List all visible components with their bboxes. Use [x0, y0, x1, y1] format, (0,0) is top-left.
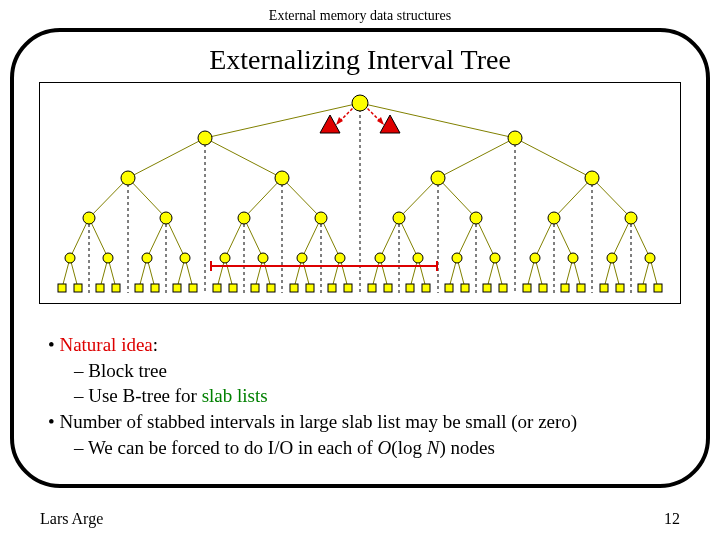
- svg-rect-116: [135, 284, 143, 292]
- svg-rect-122: [251, 284, 259, 292]
- slide-header: External memory data structures: [0, 0, 720, 28]
- svg-line-25: [399, 178, 438, 218]
- svg-point-106: [452, 253, 462, 263]
- svg-rect-118: [173, 284, 181, 292]
- svg-rect-126: [328, 284, 336, 292]
- svg-line-31: [147, 218, 166, 258]
- svg-point-83: [508, 131, 522, 145]
- svg-rect-132: [445, 284, 453, 292]
- svg-point-94: [548, 212, 560, 224]
- svg-point-101: [258, 253, 268, 263]
- svg-point-97: [103, 253, 113, 263]
- svg-line-21: [89, 178, 128, 218]
- svg-rect-114: [96, 284, 104, 292]
- svg-rect-130: [406, 284, 414, 292]
- svg-rect-129: [384, 284, 392, 292]
- svg-rect-123: [267, 284, 275, 292]
- svg-rect-121: [229, 284, 237, 292]
- svg-point-91: [315, 212, 327, 224]
- bullet-block-tree: Block tree: [34, 358, 686, 384]
- svg-rect-124: [290, 284, 298, 292]
- svg-marker-79: [336, 117, 343, 125]
- svg-line-38: [399, 218, 418, 258]
- svg-line-32: [166, 218, 185, 258]
- bullet-list: Natural idea: Block tree Use B-tree for …: [34, 332, 686, 460]
- svg-rect-117: [151, 284, 159, 292]
- tree-svg: [40, 83, 680, 303]
- svg-rect-127: [344, 284, 352, 292]
- svg-rect-137: [539, 284, 547, 292]
- svg-line-23: [244, 178, 282, 218]
- svg-point-102: [297, 253, 307, 263]
- svg-point-93: [470, 212, 482, 224]
- svg-rect-135: [499, 284, 507, 292]
- svg-line-28: [592, 178, 631, 218]
- svg-line-26: [438, 178, 476, 218]
- svg-line-36: [321, 218, 340, 258]
- footer-author: Lars Arge: [40, 510, 103, 528]
- svg-point-89: [160, 212, 172, 224]
- svg-rect-125: [306, 284, 314, 292]
- svg-line-30: [89, 218, 108, 258]
- svg-point-82: [198, 131, 212, 145]
- svg-point-84: [121, 171, 135, 185]
- svg-line-43: [612, 218, 631, 258]
- svg-rect-113: [74, 284, 82, 292]
- svg-line-40: [476, 218, 495, 258]
- svg-point-104: [375, 253, 385, 263]
- slide-frame: Externalizing Interval Tree: [10, 28, 710, 488]
- svg-line-22: [128, 178, 166, 218]
- svg-line-24: [282, 178, 321, 218]
- svg-marker-80: [377, 117, 384, 125]
- svg-point-81: [352, 95, 368, 111]
- svg-rect-120: [213, 284, 221, 292]
- bullet-io-cost: We can be forced to do I/O in each of O(…: [34, 435, 686, 461]
- svg-rect-140: [600, 284, 608, 292]
- footer-page-number: 12: [664, 510, 680, 528]
- svg-line-41: [535, 218, 554, 258]
- svg-line-35: [302, 218, 321, 258]
- svg-line-34: [244, 218, 263, 258]
- svg-point-109: [568, 253, 578, 263]
- svg-point-107: [490, 253, 500, 263]
- svg-line-17: [128, 138, 205, 178]
- svg-rect-131: [422, 284, 430, 292]
- svg-rect-141: [616, 284, 624, 292]
- svg-rect-142: [638, 284, 646, 292]
- svg-point-103: [335, 253, 345, 263]
- svg-rect-138: [561, 284, 569, 292]
- svg-line-42: [554, 218, 573, 258]
- svg-rect-112: [58, 284, 66, 292]
- svg-line-39: [457, 218, 476, 258]
- svg-point-105: [413, 253, 423, 263]
- svg-line-29: [70, 218, 89, 258]
- svg-rect-143: [654, 284, 662, 292]
- svg-line-44: [631, 218, 650, 258]
- slide-title: Externalizing Interval Tree: [34, 44, 686, 76]
- svg-line-18: [205, 138, 282, 178]
- svg-rect-139: [577, 284, 585, 292]
- svg-line-33: [225, 218, 244, 258]
- svg-point-88: [83, 212, 95, 224]
- svg-point-95: [625, 212, 637, 224]
- svg-line-20: [515, 138, 592, 178]
- svg-point-90: [238, 212, 250, 224]
- svg-point-99: [180, 253, 190, 263]
- bullet-natural-idea: Natural idea:: [34, 332, 686, 358]
- svg-rect-136: [523, 284, 531, 292]
- svg-point-111: [645, 253, 655, 263]
- svg-line-37: [380, 218, 399, 258]
- svg-point-92: [393, 212, 405, 224]
- svg-point-87: [585, 171, 599, 185]
- svg-point-96: [65, 253, 75, 263]
- svg-point-85: [275, 171, 289, 185]
- svg-rect-115: [112, 284, 120, 292]
- svg-rect-119: [189, 284, 197, 292]
- tree-diagram: [39, 82, 681, 304]
- svg-point-86: [431, 171, 445, 185]
- svg-rect-134: [483, 284, 491, 292]
- svg-rect-128: [368, 284, 376, 292]
- bullet-btree-slab: Use B-tree for slab lists: [34, 383, 686, 409]
- svg-point-110: [607, 253, 617, 263]
- svg-line-27: [554, 178, 592, 218]
